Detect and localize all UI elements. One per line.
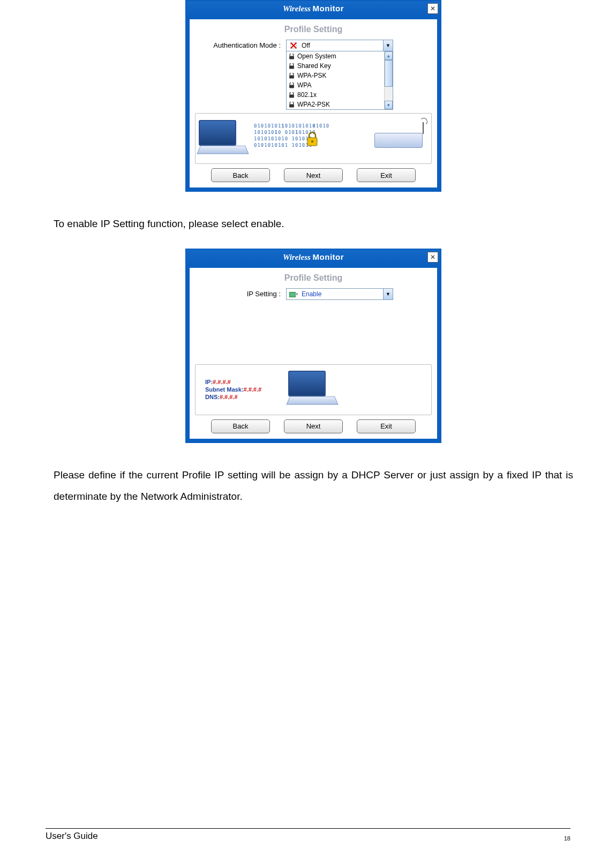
lock-icon bbox=[289, 82, 295, 88]
scroll-up-icon[interactable]: ▴ bbox=[385, 51, 393, 60]
nic-icon bbox=[289, 289, 298, 299]
lock-icon bbox=[289, 54, 295, 59]
next-button[interactable]: Next bbox=[284, 419, 343, 433]
next-button[interactable]: Next bbox=[284, 168, 343, 182]
scroll-down-icon[interactable]: ▾ bbox=[385, 101, 393, 109]
svg-point-8 bbox=[311, 140, 313, 142]
dialog-ip-setting: Wireless Monitor ✕ Profile Setting IP Se… bbox=[185, 249, 441, 443]
scroll-thumb[interactable] bbox=[385, 60, 393, 87]
auth-illustration: 0101010110101010101010 10101010 01010101… bbox=[195, 113, 432, 164]
list-item[interactable]: Open System bbox=[287, 51, 393, 61]
titlebar[interactable]: Wireless Monitor ✕ bbox=[186, 250, 440, 265]
lock-icon bbox=[289, 92, 295, 98]
lock-icon bbox=[289, 63, 295, 69]
list-item[interactable]: 802.1x bbox=[287, 90, 393, 100]
app-title: Wireless Monitor bbox=[283, 252, 344, 262]
list-item[interactable]: WPA bbox=[287, 80, 393, 90]
section-title: Profile Setting bbox=[195, 273, 432, 283]
page-number: 18 bbox=[564, 835, 570, 842]
svg-rect-3 bbox=[289, 75, 294, 78]
chevron-down-icon: ▼ bbox=[383, 289, 393, 299]
back-button[interactable]: Back bbox=[211, 419, 270, 433]
auth-mode-value: Off bbox=[301, 42, 393, 49]
page-footer: User's Guide 18 bbox=[46, 828, 570, 842]
dialog-auth-mode: Wireless Monitor ✕ Profile Setting Authe… bbox=[185, 0, 441, 192]
svg-rect-6 bbox=[289, 104, 294, 107]
ip-setting-value: Enable bbox=[301, 290, 393, 298]
binary-stream-icon: 0101010110101010101010 10101010 01010101… bbox=[254, 116, 370, 161]
paragraph: Please define if the current Profile IP … bbox=[54, 464, 573, 507]
close-icon: ✕ bbox=[430, 5, 435, 12]
chevron-down-icon: ▼ bbox=[383, 40, 393, 51]
padlock-icon bbox=[304, 131, 320, 147]
close-icon: ✕ bbox=[430, 253, 435, 261]
paragraph: To enable IP Setting function, please se… bbox=[54, 213, 573, 235]
exit-button[interactable]: Exit bbox=[357, 168, 416, 182]
ip-illustration: IP:#.#.#.# Subnet Mask:#.#.#.# DNS:#.#.#… bbox=[195, 364, 432, 415]
ip-setting-combo[interactable]: Enable ▼ bbox=[286, 288, 393, 300]
back-button[interactable]: Back bbox=[211, 168, 270, 182]
off-icon bbox=[289, 41, 298, 50]
list-item[interactable]: WPA-PSK bbox=[287, 71, 393, 80]
lock-icon bbox=[289, 73, 295, 79]
close-button[interactable]: ✕ bbox=[427, 3, 438, 14]
ip-setting-label: IP Setting : bbox=[195, 288, 281, 298]
app-title: Wireless Monitor bbox=[283, 4, 344, 13]
footer-title: User's Guide bbox=[46, 831, 98, 842]
close-button[interactable]: ✕ bbox=[427, 252, 438, 262]
titlebar[interactable]: Wireless Monitor ✕ bbox=[186, 1, 440, 16]
auth-mode-label: Authentication Mode : bbox=[195, 40, 281, 49]
svg-rect-2 bbox=[289, 65, 294, 69]
auth-mode-combo[interactable]: Off ▼ bbox=[286, 40, 393, 51]
list-item[interactable]: WPA2-PSK bbox=[287, 100, 393, 109]
svg-rect-4 bbox=[289, 85, 294, 88]
exit-button[interactable]: Exit bbox=[357, 419, 416, 433]
laptop-icon bbox=[288, 371, 339, 408]
listbox-scrollbar[interactable]: ▴ ▾ bbox=[384, 51, 393, 109]
router-icon bbox=[374, 125, 428, 152]
laptop-icon bbox=[199, 120, 250, 157]
auth-mode-listbox[interactable]: Open System Shared Key WPA-PSK WPA bbox=[286, 51, 393, 110]
section-title: Profile Setting bbox=[195, 25, 432, 34]
list-item[interactable]: Shared Key bbox=[287, 61, 393, 71]
lock-icon bbox=[289, 102, 295, 108]
ip-info-text: IP:#.#.#.# Subnet Mask:#.#.#.# DNS:#.#.#… bbox=[205, 378, 261, 401]
svg-rect-5 bbox=[289, 94, 294, 97]
svg-rect-1 bbox=[289, 56, 294, 59]
